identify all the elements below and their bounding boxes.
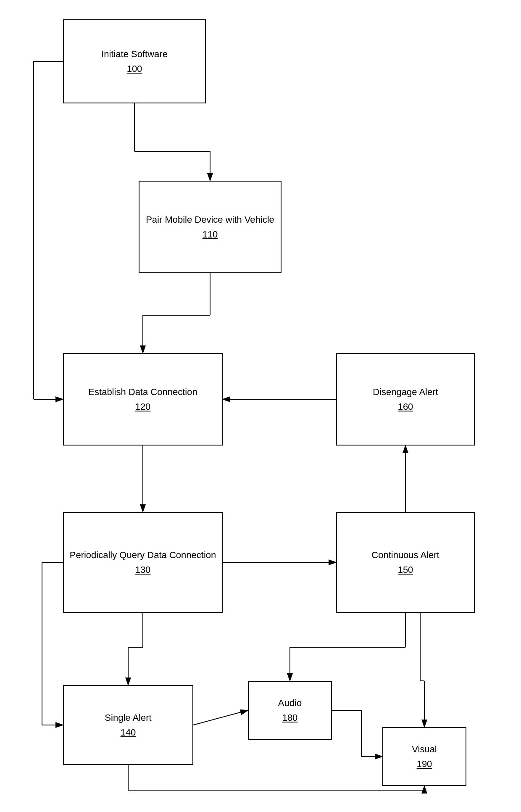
box-continuous-title: Continuous Alert [371, 549, 439, 562]
svg-line-20 [193, 710, 248, 725]
box-disengage-ref: 160 [398, 401, 413, 412]
box-single-ref: 140 [121, 727, 136, 738]
box-establish-ref: 120 [135, 401, 151, 412]
box-continuous: Continuous Alert 150 [336, 512, 475, 613]
box-pair-title: Pair Mobile Device with Vehicle [146, 214, 274, 226]
box-initiate: Initiate Software 100 [63, 19, 206, 103]
box-periodic-title: Periodically Query Data Connection [70, 549, 216, 562]
box-disengage: Disengage Alert 160 [336, 353, 475, 446]
box-audio-ref: 180 [282, 712, 298, 723]
box-audio: Audio 180 [248, 681, 332, 740]
box-visual-ref: 190 [417, 759, 432, 770]
box-periodic-ref: 130 [135, 564, 151, 575]
box-disengage-title: Disengage Alert [373, 386, 438, 398]
box-pair-ref: 110 [203, 229, 218, 240]
box-visual: Visual 190 [382, 727, 466, 786]
box-periodic: Periodically Query Data Connection 130 [63, 512, 223, 613]
box-establish-title: Establish Data Connection [88, 386, 197, 398]
box-single-title: Single Alert [105, 712, 151, 724]
box-establish: Establish Data Connection 120 [63, 353, 223, 446]
box-initiate-ref: 100 [127, 63, 142, 74]
box-audio-title: Audio [278, 697, 302, 709]
box-continuous-ref: 150 [398, 564, 413, 575]
box-visual-title: Visual [412, 743, 437, 756]
flowchart-diagram: Initiate Software 100 Pair Mobile Device… [0, 0, 521, 812]
box-initiate-title: Initiate Software [101, 48, 168, 61]
box-single: Single Alert 140 [63, 685, 193, 765]
box-pair: Pair Mobile Device with Vehicle 110 [139, 181, 282, 273]
